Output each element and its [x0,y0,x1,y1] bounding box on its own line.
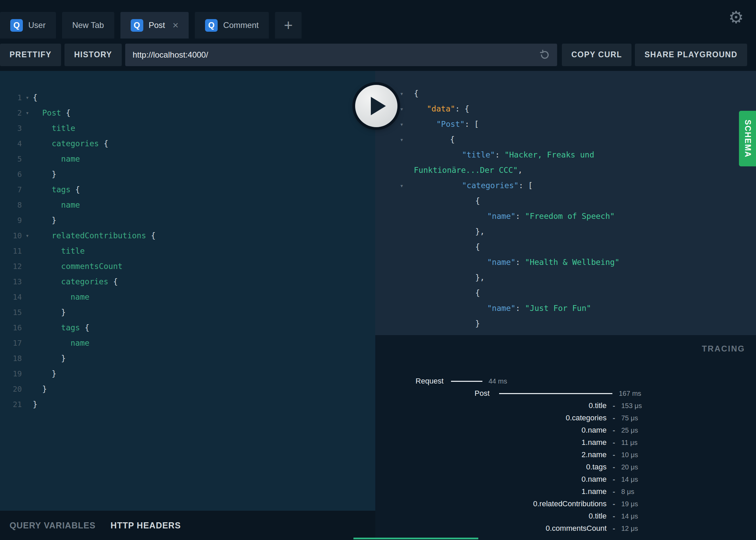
tab-list: QUserNew TabQPost×QComment [0,12,275,39]
play-icon [371,97,386,115]
collapse-arrow-icon[interactable]: ▾ [400,178,414,193]
share-playground-button[interactable]: SHARE PLAYGROUND [635,44,747,66]
line-number: 18 [0,351,22,366]
query-line: 2▾Post { [0,105,375,121]
fold-arrow-icon[interactable]: ▾ [22,228,33,243]
variables-bar: QUERY VARIABLESHTTP HEADERS [0,511,375,540]
query-code[interactable]: } [33,381,47,397]
collapse-arrow-icon[interactable]: ▾ [400,101,414,117]
trace-label: 0.tags [586,461,607,473]
query-code[interactable]: name [33,289,89,305]
collapse-arrow-icon[interactable]: ▾ [400,117,414,132]
prettify-button[interactable]: PRETTIFY [0,44,61,66]
fold-gutter [22,274,33,289]
trace-time: 167 ms [619,387,641,400]
url-input-value[interactable]: http://localhost:4000/ [133,50,208,60]
line-number: 21 [0,397,22,412]
line-number: 3 [0,121,22,136]
response-line: { [375,239,756,255]
trace-label: Request [416,375,444,387]
query-code[interactable]: { [33,90,38,105]
url-bar[interactable]: http://localhost:4000/ [125,44,557,66]
query-code[interactable]: categories { [33,136,108,151]
bottom-tab-http-headers[interactable]: HTTP HEADERS [111,521,181,530]
query-code[interactable]: relatedContributions { [33,228,156,243]
query-code[interactable]: Post { [33,105,71,121]
tab-bar: QUserNew TabQPost×QComment + ⚙ [0,0,756,39]
query-line: 8name [0,197,375,213]
fold-gutter [22,151,33,167]
query-editor[interactable]: 1▾{2▾Post {3title4categories {5name6}7ta… [0,71,375,511]
trace-row: 1.name-11 μs [375,436,756,449]
query-code[interactable]: } [33,167,56,182]
tab-user[interactable]: QUser [0,12,56,39]
line-number: 4 [0,136,22,151]
line-number: 6 [0,167,22,182]
history-button[interactable]: HISTORY [64,44,121,66]
settings-gear-icon[interactable]: ⚙ [728,9,744,26]
query-code[interactable]: name [33,197,80,213]
query-code[interactable]: } [33,397,38,412]
query-line: 10▾relatedContributions { [0,228,375,243]
tab-post[interactable]: QPost× [120,12,189,39]
query-code[interactable]: } [33,305,66,320]
query-line: 7tags { [0,182,375,197]
collapse-arrow-icon[interactable]: ▾ [400,86,414,101]
new-tab-button[interactable]: + [275,12,302,39]
tab-new-tab[interactable]: New Tab [62,12,114,39]
tracing-title: TRACING [702,344,745,354]
response-line: ▾"data": { [375,101,756,117]
tab-comment[interactable]: QComment [195,12,269,39]
line-number: 10 [0,228,22,243]
trace-time: 12 μs [621,522,638,535]
query-code[interactable]: } [33,213,56,228]
reload-schema-icon[interactable] [539,49,551,61]
collapse-gutter [400,163,414,178]
query-code[interactable]: commentsCount [33,259,122,274]
fold-arrow-icon[interactable]: ▾ [22,90,33,105]
query-code[interactable]: title [33,243,85,259]
trace-label: 2.name [582,449,607,461]
collapse-gutter [400,316,414,331]
copy-curl-button[interactable]: COPY CURL [562,44,632,66]
query-code[interactable]: title [33,121,75,136]
schema-tab[interactable]: SCHEMA [739,111,756,166]
tracing-panel: TRACING Request44 msPost167 ms0.title-15… [375,335,756,540]
response-code: }, [414,224,485,239]
line-number: 1 [0,90,22,105]
trace-row: 0.title-153 μs [375,400,756,412]
response-line: } [375,316,756,331]
response-pane: ▾{▾"data": {▾"Post": [▾{"title": "Hacker… [375,71,756,335]
collapse-gutter [400,193,414,209]
response-code: { [414,86,419,101]
response-code: "categories": [ [414,178,533,193]
query-code[interactable]: } [33,366,56,381]
bottom-tab-query-variables[interactable]: QUERY VARIABLES [10,521,96,530]
query-code[interactable]: name [33,335,89,351]
query-code[interactable]: categories { [33,274,118,289]
query-code[interactable]: tags { [33,320,89,335]
close-icon[interactable]: × [173,20,179,30]
trace-label: 0.title [588,400,607,412]
execute-button[interactable] [355,85,397,127]
query-line: 19} [0,366,375,381]
trace-row: 0.title-14 μs [375,510,756,522]
query-line: 12commentsCount [0,259,375,274]
trace-label: 0.commentsCount [546,522,607,535]
query-line: 11title [0,243,375,259]
tab-label: User [28,20,46,30]
trace-row: 0.categories-75 μs [375,412,756,424]
collapse-gutter [400,224,414,239]
trace-dash: - [613,412,615,424]
trace-time: 14 μs [621,473,638,485]
response-line: }, [375,270,756,285]
fold-arrow-icon[interactable]: ▾ [22,105,33,121]
query-code[interactable]: name [33,151,80,167]
trace-row: 0.relatedContributions-19 μs [375,498,756,510]
query-code[interactable]: tags { [33,182,80,197]
collapse-arrow-icon[interactable]: ▾ [400,132,414,147]
trace-label: 0.name [582,473,607,485]
query-code[interactable]: } [33,351,66,366]
trace-time: 8 μs [621,485,634,498]
response-line: "name": "Just For Fun" [375,301,756,316]
